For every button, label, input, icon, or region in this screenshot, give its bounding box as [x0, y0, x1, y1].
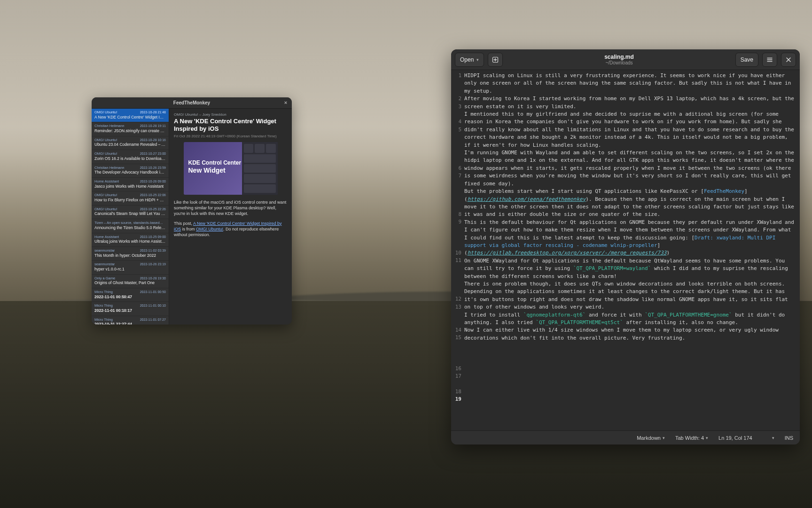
cursor-position[interactable]: Ln 19, Col 174: [718, 435, 752, 441]
feed-item-date: 2022-10-26 23:59: [140, 166, 166, 170]
close-icon: [786, 57, 791, 63]
ftm-feed-list[interactable]: OMG! Ubuntu!2022-10-28 21:48A New 'KDE C…: [92, 109, 169, 325]
article-hero-image: KDE Control Center New Widget: [184, 142, 278, 195]
feed-item[interactable]: Micro Thing2022-11-01 07:272022-10-31 22…: [92, 316, 169, 325]
feed-item-date: 2022-10-28 19:11: [140, 124, 166, 128]
language-selector[interactable]: Markdown▾: [637, 435, 665, 441]
hamburger-icon: [766, 56, 773, 63]
feed-item[interactable]: Micro Thing2022-11-01 00:102022-11-01 00…: [92, 302, 169, 316]
feed-item-date: 2022-11-01 07:27: [140, 318, 166, 322]
feed-item[interactable]: Home Assistant2022-10-26 09:00Jasco join…: [92, 178, 169, 191]
feed-item-title: Canonical's Steam Snap Will Let You (Eas…: [94, 212, 166, 216]
chevron-down-icon: ▾: [772, 436, 774, 440]
feed-item-date: 2022-10-25 22:26: [140, 207, 166, 212]
hero-badge-line1: KDE Control Center: [188, 159, 242, 166]
feed-item-source: Home Assistant: [94, 180, 119, 184]
feed-item-title: A New 'KDE Control Centre' Widget Inspir…: [94, 115, 166, 120]
code-line: This is the default behaviour for Qt app…: [464, 219, 796, 257]
feed-item-source: Micro Thing: [94, 290, 113, 294]
plus-document-icon: [492, 56, 499, 63]
feed-item[interactable]: Tizen – An open source, standards-based …: [92, 219, 169, 233]
code-line: But the problems start when I start usin…: [464, 188, 796, 219]
code-area[interactable]: HIDPI scaling on Linux is still a very f…: [463, 70, 800, 430]
feed-item-date: 2022-10-28 19:30: [140, 277, 166, 281]
ftm-title: FeedTheMonkey: [173, 100, 210, 105]
feed-item[interactable]: Home Assistant2022-10-25 09:00Ultraloq j…: [92, 233, 169, 247]
feed-item-title: Zorin OS 16.2 is Available to Download w…: [94, 157, 166, 161]
ftm-article-pane[interactable]: OMG! Ubuntu! – Joey Sneddon A New 'KDE C…: [169, 109, 292, 325]
feed-item-date: 2022-11-01 00:10: [140, 304, 166, 308]
feed-item[interactable]: OMG! Ubuntu!2022-10-28 10:16Ubuntu 23.04…: [92, 136, 169, 150]
feed-item-title: Ultraloq joins Works with Home Assistant: [94, 239, 166, 244]
article-link[interactable]: OMG! Ubuntu!: [196, 227, 223, 231]
feedthemonkey-window: FeedTheMonkey × OMG! Ubuntu!2022-10-28 2…: [92, 97, 292, 325]
feed-item-source: OMG! Ubuntu!: [94, 152, 117, 156]
insert-mode[interactable]: INS: [785, 435, 793, 441]
new-tab-button[interactable]: [488, 53, 503, 67]
code-line: I'm running GNOME with Wayland and am ab…: [464, 149, 796, 188]
feed-item[interactable]: OMG! Ubuntu!2022-10-25 22:26Canonical's …: [92, 206, 169, 219]
feed-item-source: Home Assistant: [94, 235, 119, 239]
feed-item-title: hyper v1.0.0-rc.1: [94, 267, 166, 272]
code-line: I mentioned this to my girlfriend and sh…: [464, 111, 796, 149]
ftm-titlebar[interactable]: FeedTheMonkey ×: [92, 97, 292, 109]
feed-item-source: Micro Thing: [94, 304, 113, 308]
feed-item-title: 2022-11-01 00:10:17: [94, 309, 166, 313]
save-button[interactable]: Save: [735, 53, 758, 67]
hamburger-menu-button[interactable]: [762, 53, 777, 67]
feed-item-source: Only a Game: [94, 277, 115, 281]
feed-item-date: 2022-10-26 09:00: [140, 180, 166, 184]
feed-item[interactable]: seanmonstar2022-10-26 23:19hyper v1.0.0-…: [92, 261, 169, 274]
code-line: Now I can either live with 1/4 size wind…: [464, 326, 796, 342]
code-line: There is one problem though, it does use…: [464, 280, 796, 311]
feed-item-source: seanmonstar: [94, 249, 115, 253]
goto-line-selector[interactable]: ▾: [772, 436, 774, 440]
feed-item[interactable]: Only a Game2022-10-28 19:30Origins of Gh…: [92, 275, 169, 288]
feed-item[interactable]: OMG! Ubuntu!2022-10-27 23:00Zorin OS 16.…: [92, 150, 169, 164]
feed-item-source: Christian Heilmann: [94, 166, 124, 170]
gedit-headerbar[interactable]: Open ▾ scaling.md ~/Downloads Save: [451, 49, 800, 70]
feed-item[interactable]: Christian Heilmann2022-10-26 23:59The De…: [92, 164, 169, 178]
tabwidth-selector[interactable]: Tab Width: 4▾: [675, 435, 708, 441]
feed-item[interactable]: OMG! Ubuntu!2022-10-28 21:48A New 'KDE C…: [92, 109, 169, 122]
feed-item-source: OMG! Ubuntu!: [94, 111, 117, 115]
chevron-down-icon: ▾: [706, 436, 708, 440]
chevron-down-icon: ▾: [476, 57, 479, 62]
gedit-window: Open ▾ scaling.md ~/Downloads Save 12345…: [451, 49, 800, 444]
feed-item[interactable]: Micro Thing2022-11-01 00:502022-11-01 00…: [92, 288, 169, 302]
feed-item-title: How to Fix Blurry Firefox on HiDPI + Way…: [94, 198, 166, 203]
feed-item-source: OMG! Ubuntu!: [94, 138, 117, 143]
feed-item-title: Reminder: JSON.stringify can create Mult…: [94, 129, 166, 134]
code-line: After moving to Korea I started working …: [464, 95, 796, 111]
article-source: OMG! Ubuntu! – Joey Sneddon: [174, 112, 287, 117]
feed-item-title: Origins of Ghost Master, Part One: [94, 281, 166, 286]
article-paragraph: This post, A New 'KDE Control Centre' Wi…: [174, 221, 287, 238]
close-icon[interactable]: ×: [282, 99, 289, 106]
feed-item-source: Tizen – An open source, standards-based …: [94, 221, 164, 225]
close-window-button[interactable]: [781, 53, 796, 67]
chevron-down-icon: ▾: [663, 436, 665, 440]
feed-item-source: Micro Thing: [94, 318, 113, 322]
feed-item[interactable]: OMG! Ubuntu!2022-10-25 22:06How to Fix B…: [92, 191, 169, 205]
document-title: scaling.md: [507, 54, 731, 60]
feed-item-title: 2022-11-01 00:50:47: [94, 295, 166, 300]
feed-item-date: 2022-10-27 23:00: [140, 152, 166, 156]
document-path: ~/Downloads: [507, 60, 731, 65]
hero-badge-line2: New Widget: [188, 167, 226, 174]
feed-item-title: The Developer Advocacy Handbook is no…: [94, 170, 166, 175]
feed-item[interactable]: seanmonstar2022-11-02 03:39This Month in…: [92, 247, 169, 261]
feed-item-title: 2022-10-31 22:27:44: [94, 322, 166, 325]
feed-item-title: Ubuntu 23.04 Codename Revealed – And I…: [94, 143, 166, 147]
gedit-statusbar: Markdown▾ Tab Width: 4▾ Ln 19, Col 174 ▾…: [451, 430, 800, 444]
feed-item-date: 2022-11-02 03:39: [140, 249, 166, 253]
open-button[interactable]: Open ▾: [455, 53, 484, 67]
gedit-title-area: scaling.md ~/Downloads: [507, 54, 731, 65]
code-line: HIDPI scaling on Linux is still a very f…: [464, 72, 796, 95]
feed-item-title: This Month in hyper: October 2022: [94, 254, 166, 258]
line-number-gutter: 12345678910111213141516171819: [451, 70, 463, 430]
feed-item-date: 2022-10-28 10:16: [140, 138, 166, 143]
feed-item-title: Announcing the Tizen Studio 5.0 Release: [94, 226, 166, 230]
feed-item-source: OMG! Ubuntu!: [94, 207, 117, 212]
gedit-editor[interactable]: 12345678910111213141516171819 HIDPI scal…: [451, 70, 800, 430]
feed-item[interactable]: Christian Heilmann2022-10-28 19:11Remind…: [92, 122, 169, 136]
